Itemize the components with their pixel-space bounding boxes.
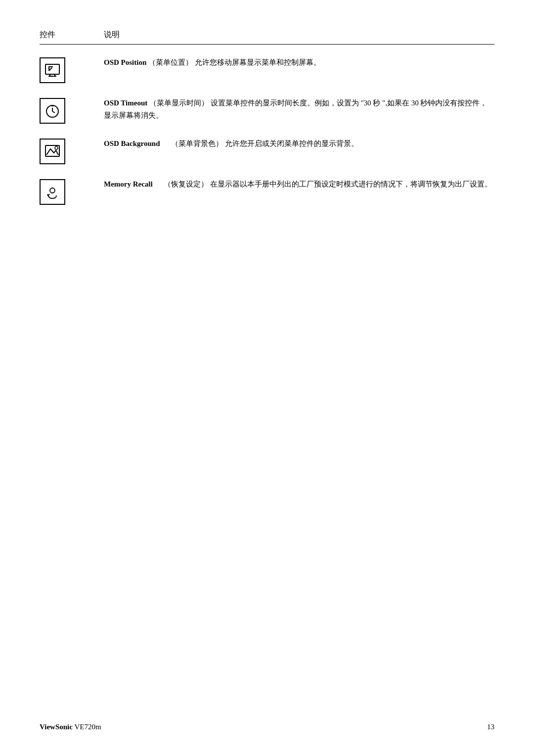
osd-timeout-icon bbox=[40, 98, 65, 124]
term-memory-recall: Memory Recall bbox=[104, 180, 153, 188]
header-desc: 说明 bbox=[104, 30, 494, 40]
icon-cell-osd-timeout bbox=[40, 97, 104, 124]
svg-rect-0 bbox=[45, 64, 59, 74]
footer: ViewSonic VE720m 13 bbox=[40, 723, 494, 731]
chinese-term-osd-position: （菜单位置） bbox=[148, 58, 193, 66]
footer-brand: ViewSonic VE720m bbox=[40, 723, 101, 731]
svg-point-12 bbox=[50, 188, 55, 193]
icon-cell-osd-position bbox=[40, 56, 104, 83]
desc-osd-position: OSD Position （菜单位置） 允许您移动屏幕显示菜单和控制屏幕。 bbox=[104, 56, 494, 69]
row-memory-recall: Memory Recall （恢复设定） 在显示器以本手册中列出的工厂预设定时模… bbox=[40, 178, 494, 205]
svg-point-11 bbox=[55, 146, 58, 149]
term-osd-background: OSD Background bbox=[104, 140, 160, 147]
row-osd-position: OSD Position （菜单位置） 允许您移动屏幕显示菜单和控制屏幕。 bbox=[40, 56, 494, 83]
table-header: 控件 说明 bbox=[40, 30, 494, 45]
svg-line-7 bbox=[52, 111, 55, 113]
chinese-term-memory-recall: （恢复设定） bbox=[164, 180, 208, 188]
chinese-term-osd-timeout: （菜单显示时间） bbox=[149, 99, 209, 107]
brand-name: ViewSonic bbox=[40, 723, 73, 731]
row-osd-background: OSD Background （菜单背景色） 允许您开启或关闭菜单控件的显示背景… bbox=[40, 138, 494, 164]
row-osd-timeout: OSD Timeout （菜单显示时间） 设置菜单控件的显示时间长度。例如，设置… bbox=[40, 97, 494, 124]
header-control: 控件 bbox=[40, 30, 104, 40]
chinese-term-osd-background: （菜单背景色） bbox=[171, 140, 223, 147]
page-container: 控件 说明 OSD Position （菜单位置） 允许您移动屏幕 bbox=[0, 0, 534, 756]
desc-memory-recall: Memory Recall （恢复设定） 在显示器以本手册中列出的工厂预设定时模… bbox=[104, 178, 494, 190]
term-osd-position: OSD Position bbox=[104, 58, 146, 66]
icon-cell-osd-background bbox=[40, 138, 104, 164]
memory-recall-icon bbox=[40, 179, 65, 205]
model-text: VE720m bbox=[74, 723, 101, 731]
description-osd-position: 允许您移动屏幕显示菜单和控制屏幕。 bbox=[195, 58, 321, 66]
term-osd-timeout: OSD Timeout bbox=[104, 99, 147, 107]
icon-cell-memory-recall bbox=[40, 178, 104, 205]
desc-osd-timeout: OSD Timeout （菜单显示时间） 设置菜单控件的显示时间长度。例如，设置… bbox=[104, 97, 494, 122]
description-memory-recall: 在显示器以本手册中列出的工厂预设定时模式进行的情况下，将调节恢复为出厂设置。 bbox=[210, 180, 492, 188]
desc-osd-background: OSD Background （菜单背景色） 允许您开启或关闭菜单控件的显示背景… bbox=[104, 138, 494, 150]
osd-position-icon bbox=[40, 57, 65, 83]
description-osd-background: 允许您开启或关闭菜单控件的显示背景。 bbox=[225, 140, 358, 147]
osd-background-icon bbox=[40, 139, 65, 164]
footer-page-number: 13 bbox=[487, 723, 494, 731]
